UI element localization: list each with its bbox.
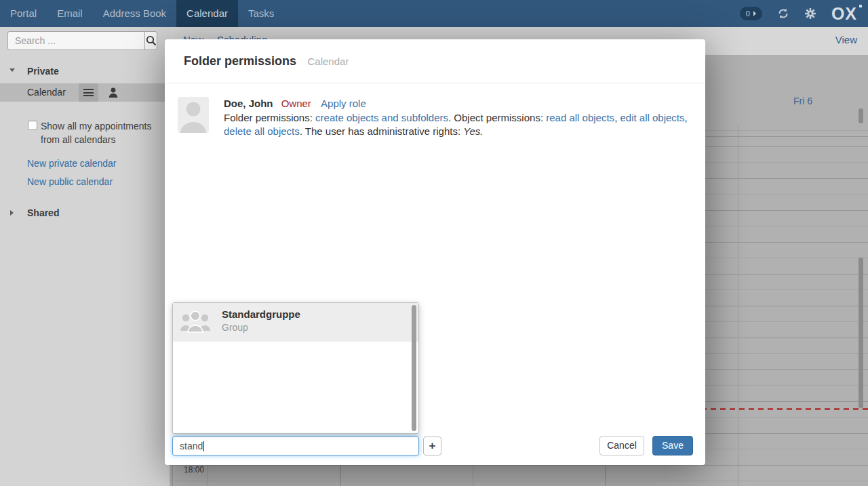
permission-link[interactable]: read all objects	[546, 112, 614, 123]
tab-calendar[interactable]: Calendar	[176, 0, 238, 27]
search-input[interactable]	[8, 32, 144, 49]
dialog-title: Folder permissions	[184, 54, 296, 68]
time-axis-label: 18:00	[170, 465, 204, 474]
search-icon	[146, 35, 157, 46]
header-scrollbar-thumb[interactable]	[859, 108, 863, 123]
tab-email[interactable]: Email	[47, 0, 93, 27]
settings-gear-icon[interactable]	[804, 7, 816, 20]
search-button[interactable]	[144, 32, 157, 49]
permission-entry-details: Doe, John Owner Apply role Folder permis…	[224, 97, 693, 138]
trademark-mark	[859, 5, 862, 7]
hamburger-menu-icon	[83, 89, 94, 96]
permission-link[interactable]: delete all objects	[224, 125, 300, 137]
permission-entry-owner: Doe, John Owner Apply role Folder permis…	[178, 97, 693, 138]
tab-portal[interactable]: Portal	[0, 0, 47, 27]
show-all-appointments-row: Show all my appointments from all calend…	[28, 119, 160, 146]
app-root: Portal Email Address Book Calendar Tasks…	[0, 0, 868, 486]
section-private-label: Private	[27, 66, 59, 77]
view-menu[interactable]: View	[835, 34, 857, 45]
app-tabs: Portal Email Address Book Calendar Tasks	[0, 0, 868, 27]
avatar	[178, 97, 209, 133]
collapse-arrow-icon[interactable]	[9, 68, 15, 72]
dropdown-scrollbar-thumb[interactable]	[412, 305, 416, 431]
notification-badge[interactable]: 0	[740, 7, 762, 20]
person-silhouette-icon	[178, 97, 209, 133]
user-name-row: Doe, John Owner Apply role	[224, 97, 693, 110]
show-all-appointments-checkbox[interactable]	[28, 121, 37, 130]
add-user-button[interactable]: +	[423, 437, 441, 455]
checkbox-label-line1: Show all my appointments	[41, 119, 160, 133]
permissions-person-icon[interactable]	[108, 87, 118, 98]
ox-logo: OX	[831, 0, 857, 27]
permission-link[interactable]: create objects and subfolders	[315, 112, 448, 123]
new-private-calendar-link[interactable]: New private calendar	[27, 158, 117, 169]
folder-options-button[interactable]	[79, 83, 98, 102]
search-box	[7, 31, 157, 50]
permissions-summary: Folder permissions: create objects and s…	[224, 111, 693, 138]
top-navigation-bar: Portal Email Address Book Calendar Tasks…	[0, 0, 868, 27]
add-user-input[interactable]: stand	[172, 437, 419, 455]
tab-tasks[interactable]: Tasks	[238, 0, 284, 27]
dialog-subtitle: Calendar	[308, 56, 349, 67]
user-name: Doe, John	[224, 98, 273, 109]
autocomplete-item-type: Group	[222, 322, 248, 333]
apply-role-link[interactable]: Apply role	[321, 98, 366, 109]
cancel-button[interactable]: Cancel	[599, 436, 644, 455]
chevron-right-icon	[753, 11, 756, 16]
save-button[interactable]: Save	[652, 436, 693, 455]
notification-count: 0	[746, 7, 750, 20]
autocomplete-dropdown: Standardgruppe Group	[172, 302, 419, 434]
sidebar-item-calendar[interactable]: Calendar	[0, 83, 165, 102]
expand-arrow-icon[interactable]	[10, 210, 14, 216]
section-shared[interactable]: Shared	[0, 207, 170, 220]
group-icon	[180, 309, 211, 335]
add-user-input-value: stand	[180, 441, 203, 451]
grid-scrollbar-thumb[interactable]	[859, 258, 863, 408]
folder-permissions-dialog: Folder permissions Calendar Doe, John Ow…	[165, 39, 705, 465]
folder-sidebar: Private Calendar Show all my appointment…	[0, 27, 170, 486]
topbar-right-controls: 0	[740, 0, 868, 27]
ox-logo-text: OX	[831, 4, 857, 23]
permission-link[interactable]: edit all objects	[620, 112, 684, 123]
dialog-header: Folder permissions Calendar	[165, 39, 705, 83]
refresh-icon[interactable]	[777, 7, 789, 20]
section-private[interactable]: Private	[0, 65, 170, 79]
calendar-folder-label: Calendar	[27, 87, 66, 98]
section-shared-label: Shared	[27, 207, 59, 218]
new-public-calendar-link[interactable]: New public calendar	[27, 176, 113, 187]
tab-address-book[interactable]: Address Book	[93, 0, 176, 27]
autocomplete-item-standardgruppe[interactable]: Standardgruppe Group	[173, 303, 418, 342]
text-caret	[203, 441, 204, 451]
autocomplete-item-name: Standardgruppe	[222, 308, 300, 320]
day-header-fri-6[interactable]: Fri 6	[738, 96, 868, 106]
checkbox-label-line2: from all calendars	[41, 133, 160, 146]
owner-role-badge: Owner	[281, 98, 311, 109]
